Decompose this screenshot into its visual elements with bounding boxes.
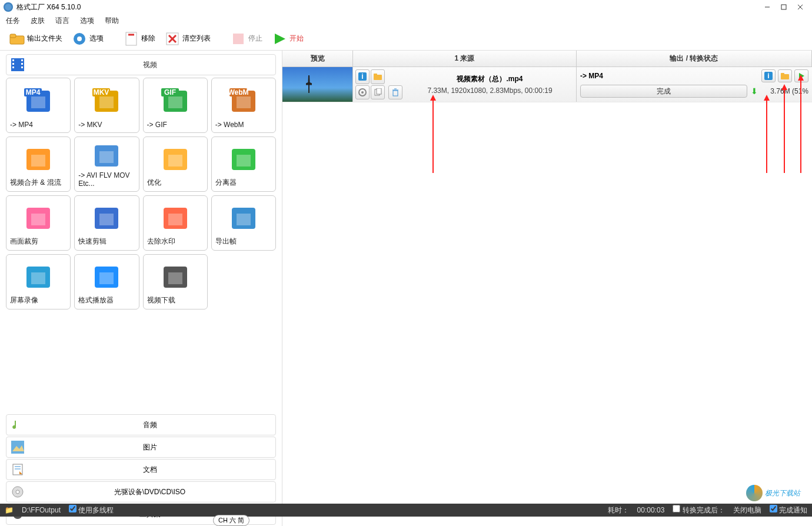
toolbar: 输出文件夹 选项 移除 清空列表 停止 开始 [0, 27, 812, 51]
ime-badge[interactable]: CH 六 简 [213, 515, 249, 526]
svg-rect-51 [168, 214, 182, 225]
status-multithread-checkbox[interactable]: 使用多线程 [69, 505, 114, 515]
format-tile-3[interactable]: WebM-> WebM [211, 78, 276, 133]
menu-skin[interactable]: 皮肤 [31, 16, 45, 26]
status-notify-checkbox[interactable]: 完成通知 [770, 505, 807, 515]
clear-list-button[interactable]: 清空列表 [161, 30, 214, 48]
stop-icon [231, 31, 246, 46]
music-note-icon [11, 418, 24, 431]
format-tile-14[interactable]: 格式播放器 [74, 254, 139, 309]
output-folder-button[interactable]: 输出文件夹 [6, 30, 66, 48]
task-row[interactable]: i 视频素材（总）.mp4 7.33M, 1920x1080, 2.83Mbps… [282, 67, 812, 102]
annotation-arrow [784, 86, 785, 173]
svg-rect-84 [781, 73, 784, 75]
status-after-value[interactable]: 关闭电脑 [733, 505, 761, 515]
category-document[interactable]: 文档 [6, 459, 276, 480]
format-tile-12[interactable]: 导出帧 [211, 195, 276, 251]
format-tile-10[interactable]: 快速剪辑 [74, 195, 139, 251]
tile-icon [215, 199, 272, 237]
annotation-arrow [432, 96, 434, 173]
film-icon [11, 58, 24, 71]
svg-text:MP4: MP4 [26, 88, 41, 96]
svg-rect-1 [781, 5, 786, 9]
menu-language[interactable]: 语言 [55, 16, 69, 26]
format-tile-13[interactable]: 屏幕录像 [6, 254, 71, 309]
tile-label: 屏幕录像 [10, 295, 66, 305]
tile-label: 视频合并 & 混流 [10, 178, 66, 188]
clear-list-label: 清空列表 [182, 34, 211, 44]
options-button[interactable]: 选项 [68, 30, 107, 48]
task-open-folder-button[interactable] [371, 69, 385, 84]
svg-rect-49 [99, 214, 114, 225]
minimize-button[interactable] [759, 1, 776, 13]
svg-rect-13 [233, 34, 244, 44]
clear-icon [165, 31, 180, 46]
format-tile-6[interactable]: 优化 [143, 137, 208, 192]
svg-rect-18 [12, 66, 14, 68]
tile-label: 快速剪辑 [78, 237, 135, 247]
task-settings-button[interactable] [355, 85, 370, 100]
format-tile-15[interactable]: 视频下载 [143, 254, 208, 309]
status-after-checkbox[interactable]: 转换完成后： [673, 505, 724, 515]
format-tile-0[interactable]: MP4-> MP4 [6, 78, 71, 133]
category-disc-label: 光驱设备\DVD\CD\ISO [29, 487, 271, 497]
svg-rect-17 [12, 63, 14, 65]
remove-button[interactable]: 移除 [120, 30, 159, 48]
tile-label: -> MP4 [10, 121, 66, 129]
output-folder-button[interactable] [778, 69, 792, 82]
task-delete-button[interactable] [388, 85, 402, 99]
status-folder-icon[interactable]: 📁 [5, 506, 14, 514]
svg-text:i: i [361, 72, 363, 81]
disc-icon [11, 485, 24, 498]
format-tile-5[interactable]: -> AVI FLV MOV Etc... [74, 137, 139, 192]
svg-rect-55 [31, 272, 45, 284]
svg-rect-37 [237, 96, 251, 108]
format-tile-4[interactable]: 视频合并 & 混流 [6, 137, 71, 192]
svg-rect-47 [31, 214, 45, 225]
task-thumbnail[interactable] [282, 67, 353, 102]
status-elapsed-value: 00:00:03 [637, 506, 665, 514]
svg-point-7 [77, 36, 82, 41]
col-source[interactable]: 1 来源 [353, 51, 577, 66]
col-output[interactable]: 输出 / 转换状态 [577, 51, 812, 66]
tile-label: -> AVI FLV MOV Etc... [78, 171, 135, 188]
col-preview[interactable]: 预览 [282, 51, 353, 66]
tile-label: 画面裁剪 [10, 237, 66, 247]
category-audio[interactable]: 音频 [6, 414, 276, 435]
menu-options[interactable]: 选项 [80, 16, 94, 26]
tile-label: -> GIF [147, 121, 204, 129]
menu-task[interactable]: 任务 [6, 16, 20, 26]
format-tile-9[interactable]: 画面裁剪 [6, 195, 71, 251]
format-tile-8[interactable]: 分离器 [211, 137, 276, 192]
format-tile-11[interactable]: 去除水印 [143, 195, 208, 251]
svg-rect-73 [374, 74, 377, 76]
task-info-button[interactable]: i [355, 69, 370, 84]
app-icon [4, 2, 13, 12]
remove-icon [124, 31, 139, 46]
tile-icon [147, 199, 204, 237]
stop-button[interactable]: 停止 [227, 30, 266, 48]
format-tile-2[interactable]: GIF-> GIF [143, 78, 208, 133]
category-image[interactable]: 图片 [6, 437, 276, 458]
format-tile-1[interactable]: MKV-> MKV [74, 78, 139, 133]
category-disc[interactable]: 光驱设备\DVD\CD\ISO [6, 481, 276, 502]
menu-help[interactable]: 帮助 [105, 16, 119, 26]
svg-point-67 [16, 490, 19, 494]
svg-rect-57 [99, 272, 114, 284]
output-info-button[interactable]: i [761, 69, 776, 82]
tile-icon [78, 258, 135, 295]
status-output-path[interactable]: D:\FFOutput [22, 506, 61, 514]
svg-text:WebM: WebM [228, 88, 249, 96]
svg-rect-53 [237, 214, 251, 225]
svg-rect-20 [21, 63, 23, 65]
start-button[interactable]: 开始 [268, 30, 307, 48]
document-icon [11, 463, 24, 476]
category-video-header[interactable]: 视频 [6, 54, 276, 75]
close-button[interactable] [792, 1, 808, 13]
svg-text:i: i [767, 72, 769, 80]
task-copy-button[interactable] [371, 85, 385, 100]
svg-rect-19 [21, 59, 23, 61]
download-arrow-icon: ⬇ [751, 86, 758, 96]
window-title: 格式工厂 X64 5.10.0 [16, 2, 81, 12]
maximize-button[interactable] [776, 1, 792, 13]
